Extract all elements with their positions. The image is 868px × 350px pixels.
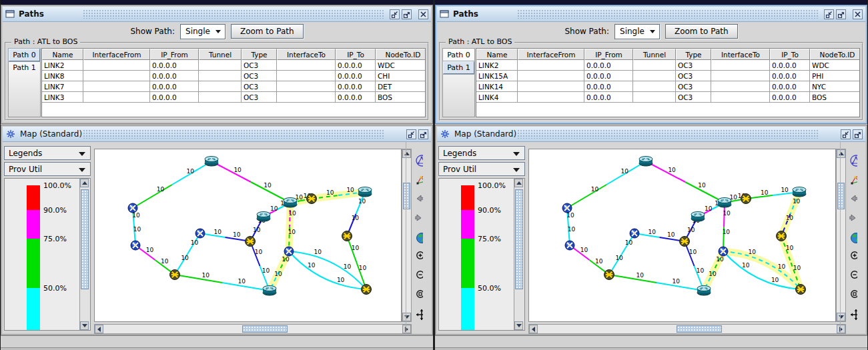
column-header[interactable]: Name (42, 49, 83, 60)
column-header[interactable]: Tunnel (633, 49, 676, 60)
map-node-E[interactable] (718, 198, 731, 208)
prov-util-select[interactable]: Prov Util (4, 162, 91, 176)
map-node-I[interactable] (246, 237, 256, 247)
map-link[interactable] (609, 275, 657, 283)
prov-util-select[interactable]: Prov Util (438, 162, 525, 176)
column-header[interactable]: IP_To (770, 49, 810, 60)
map-node-I[interactable] (680, 237, 690, 247)
map-horizontal-scrollbar[interactable] (528, 324, 846, 334)
map-node-K[interactable] (170, 270, 180, 280)
map-node-F[interactable] (741, 194, 751, 204)
topology-select-button[interactable] (845, 172, 861, 188)
column-header[interactable]: IP_To (336, 49, 376, 60)
minimize-button[interactable] (406, 129, 416, 139)
table-row[interactable]: LINK20.0.0.0OC30.0.0.0WDC (476, 60, 859, 71)
map-node-M[interactable] (284, 247, 294, 256)
map-node-H[interactable] (630, 229, 639, 238)
column-header[interactable]: NodeTo.ID (810, 49, 860, 60)
column-header[interactable]: NodeTo.ID (376, 49, 426, 60)
map-link[interactable] (175, 275, 222, 283)
minimize-button[interactable] (841, 129, 851, 139)
map-link[interactable] (133, 185, 172, 208)
column-header[interactable]: IP_From (150, 49, 199, 60)
map-link[interactable] (567, 185, 606, 208)
close-button[interactable] (418, 9, 428, 19)
zoom-to-path-button[interactable]: Zoom to Path (665, 24, 738, 39)
map-node-B[interactable] (562, 203, 572, 213)
zoom-out-button[interactable] (411, 268, 427, 284)
path-list-item[interactable]: Path 0 (443, 49, 474, 61)
scrollbar-thumb[interactable] (515, 189, 523, 289)
table-row[interactable]: LINK40.0.0.0OC30.0.0.0BOS (476, 92, 859, 103)
scrollbar-thumb[interactable] (677, 325, 722, 333)
undo-button[interactable] (845, 191, 861, 207)
map-titlebar[interactable]: Map (Standard) (3, 127, 431, 142)
maximize-button[interactable] (418, 129, 428, 139)
path-list[interactable]: Path 0Path 1 (442, 48, 475, 117)
column-header[interactable]: Type (676, 49, 711, 60)
map-node-D[interactable] (691, 212, 705, 222)
map-node-B[interactable] (128, 203, 137, 213)
table-row[interactable]: LINK70.0.0.0OC30.0.0.0DET (42, 81, 425, 92)
scrollbar-thumb[interactable] (242, 325, 288, 333)
map-horizontal-scrollbar[interactable] (94, 324, 412, 334)
zoom-box-button[interactable] (411, 287, 427, 303)
map-node-A[interactable] (205, 157, 218, 167)
scroll-down-button[interactable] (80, 321, 89, 330)
scroll-left-button[interactable] (95, 325, 103, 333)
map-link[interactable] (657, 283, 704, 291)
table-row[interactable]: LINK140.0.0.0OC30.0.0.0NYC (476, 81, 859, 92)
undo-button[interactable] (411, 191, 427, 207)
map-node-A[interactable] (639, 157, 653, 167)
map-titlebar[interactable]: Map (Standard) (437, 127, 865, 142)
show-path-select[interactable]: Single (180, 24, 226, 39)
scroll-left-button[interactable] (529, 325, 538, 333)
column-header[interactable]: IP_From (584, 49, 633, 60)
map-node-J[interactable] (777, 231, 787, 241)
minimize-button[interactable] (390, 9, 400, 19)
column-header[interactable]: InterfaceFrom (518, 49, 584, 60)
column-header[interactable]: InterfaceTo (711, 49, 770, 60)
map-node-N[interactable] (796, 285, 806, 295)
map-node-L[interactable] (263, 286, 276, 296)
map-canvas[interactable]: 1010101010101010101010101010101010101010… (94, 149, 402, 322)
zoom-in-button[interactable] (411, 249, 427, 265)
maximize-button[interactable] (836, 9, 846, 19)
column-header[interactable]: InterfaceTo (277, 49, 336, 60)
world-view-button[interactable] (411, 230, 427, 246)
legend-scrollbar[interactable] (514, 179, 524, 330)
map-node-C[interactable] (565, 241, 574, 250)
zoom-to-path-button[interactable]: Zoom to Path (231, 24, 304, 39)
maximize-button[interactable] (402, 9, 412, 19)
legends-select[interactable]: Legends (438, 146, 525, 160)
graph-layout-button[interactable] (845, 153, 861, 169)
table-row[interactable]: LINK80.0.0.0OC30.0.0.0CHI (42, 71, 425, 81)
graph-layout-button[interactable] (411, 153, 427, 169)
map-canvas[interactable]: 1010101010101010101010101010101010101010… (528, 149, 836, 322)
paths-titlebar[interactable]: Paths (3, 7, 431, 22)
maximize-button[interactable] (853, 129, 863, 139)
redo-button[interactable] (845, 211, 861, 227)
paths-titlebar[interactable]: Paths (437, 7, 865, 22)
column-header[interactable]: Tunnel (199, 49, 242, 60)
map-node-G[interactable] (358, 187, 372, 197)
world-view-button[interactable] (845, 230, 861, 246)
table-row[interactable]: LINK30.0.0.0OC30.0.0.0BOS (42, 92, 425, 103)
column-header[interactable]: Name (476, 49, 518, 60)
map-node-H[interactable] (195, 229, 205, 238)
map-node-M[interactable] (719, 247, 728, 256)
map-node-G[interactable] (793, 187, 806, 197)
pan-button[interactable] (845, 307, 861, 323)
table-row[interactable]: LINK15A0.0.0.0OC30.0.0.0PHI (476, 71, 859, 81)
path-list[interactable]: Path 0Path 1 (8, 48, 41, 117)
map-node-L[interactable] (697, 286, 711, 296)
redo-button[interactable] (411, 211, 427, 227)
map-node-J[interactable] (342, 231, 352, 241)
minimize-button[interactable] (824, 9, 834, 19)
zoom-out-button[interactable] (845, 268, 861, 284)
map-link[interactable] (222, 283, 270, 291)
map-node-E[interactable] (284, 198, 297, 208)
show-path-select[interactable]: Single (614, 24, 660, 39)
pan-button[interactable] (411, 307, 427, 323)
legend-scrollbar[interactable] (79, 179, 90, 330)
